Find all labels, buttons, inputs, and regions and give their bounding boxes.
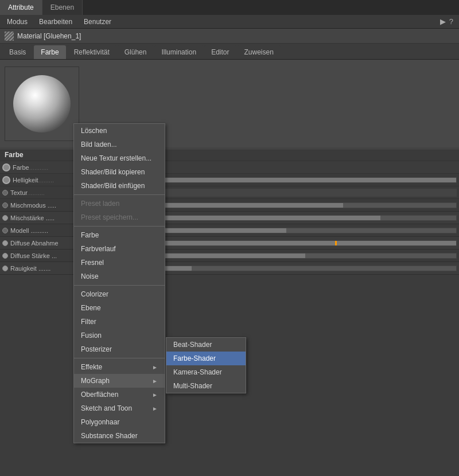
dropdown-sep4 bbox=[74, 358, 165, 358]
dropdown-menu: Löschen Bild laden... Neue Textur erstel… bbox=[73, 123, 165, 443]
farbe-row: Farbe........... bbox=[0, 161, 459, 174]
dropdown-sep2 bbox=[74, 226, 165, 227]
modell-row: Modell .......... bbox=[0, 224, 459, 237]
oberflaechen-arrow: ► bbox=[152, 392, 158, 398]
dropdown-posterizer[interactable]: Posterizer bbox=[74, 342, 165, 356]
textur-indicator bbox=[2, 190, 8, 196]
mograph-arrow: ► bbox=[152, 378, 158, 384]
helligkeit-label: Helligkeit......... bbox=[13, 177, 80, 184]
menu-benutzer[interactable]: Benutzer bbox=[79, 17, 116, 27]
tab-basis[interactable]: Basis bbox=[2, 45, 33, 59]
submenu-beat-shader[interactable]: Beat-Shader bbox=[166, 338, 246, 352]
dropdown-ebene[interactable]: Ebene bbox=[74, 301, 165, 315]
menu-bearbeiten[interactable]: Bearbeiten bbox=[34, 17, 77, 27]
section-title: Material [Gluehen_1] bbox=[17, 32, 81, 40]
sketch-arrow: ► bbox=[152, 405, 158, 412]
diffuse-staerke-row: Diffuse Stärke ... bbox=[0, 249, 459, 262]
dropdown-filter[interactable]: Filter bbox=[74, 315, 165, 329]
farbe-label: Farbe........... bbox=[13, 164, 80, 171]
mischmodus-indicator bbox=[2, 202, 8, 208]
tab-ebenen[interactable]: Ebenen bbox=[42, 0, 83, 15]
rauigkeit-row: Rauigkeit ....... bbox=[0, 262, 459, 275]
tab-gluehn[interactable]: Glühen bbox=[118, 45, 154, 59]
dropdown-sep3 bbox=[74, 285, 165, 286]
dropdown-oberflaechen[interactable]: Oberflächen ► bbox=[74, 388, 165, 401]
tab-illumination[interactable]: Illumination bbox=[154, 45, 203, 59]
dropdown-fusion[interactable]: Fusion bbox=[74, 329, 165, 342]
rauigkeit-label: Rauigkeit ....... bbox=[10, 265, 78, 272]
rauigkeit-indicator bbox=[2, 266, 8, 271]
dropdown-sep1 bbox=[74, 194, 165, 195]
dropdown-mograph[interactable]: MoGraph ► bbox=[74, 374, 165, 388]
dropdown-substance[interactable]: Substance Shader bbox=[74, 429, 165, 443]
material-icon bbox=[5, 32, 14, 41]
diffuse-staerke-label: Diffuse Stärke ... bbox=[10, 252, 78, 259]
mischstaerke-label: Mischstärke ..... bbox=[10, 214, 78, 221]
diffuse-staerke-indicator bbox=[2, 253, 8, 259]
dropdown-sketch-toon[interactable]: Sketch and Toon ► bbox=[74, 401, 165, 415]
dropdown-farbe[interactable]: Farbe bbox=[74, 228, 165, 242]
mischmodus-row: Mischmodus ..... bbox=[0, 199, 459, 212]
farbe-section-label: Farbe bbox=[0, 149, 459, 161]
helligkeit-indicator[interactable] bbox=[2, 176, 10, 184]
dropdown-preset-speichern: Preset speichern... bbox=[74, 210, 165, 224]
properties-panel: Farbe........... Helligkeit......... Tex… bbox=[0, 161, 459, 275]
menu-bar-icons: ▶ ? bbox=[440, 17, 457, 26]
diffuse-abnahme-label: Diffuse Abnahme bbox=[10, 240, 78, 247]
dropdown-preset-laden: Preset laden bbox=[74, 197, 165, 210]
modell-label: Modell .......... bbox=[10, 227, 78, 234]
cursor-icon[interactable]: ▶ bbox=[440, 17, 446, 26]
menu-bar: Modus Bearbeiten Benutzer ▶ ? bbox=[0, 15, 459, 29]
helligkeit-row: Helligkeit......... bbox=[0, 174, 459, 186]
mograph-submenu: Beat-Shader Farbe-Shader Kamera-Shader M… bbox=[166, 337, 246, 393]
dropdown-noise[interactable]: Noise bbox=[74, 270, 165, 283]
dropdown-neue-textur[interactable]: Neue Textur erstellen... bbox=[74, 151, 165, 165]
textur-label: Textur.......... bbox=[10, 189, 78, 196]
submenu-multi-shader[interactable]: Multi-Shader bbox=[166, 379, 246, 393]
tab-reflektivitaet[interactable]: Reflektivität bbox=[67, 45, 116, 59]
tab-farbe[interactable]: Farbe bbox=[34, 45, 65, 59]
effekte-arrow: ► bbox=[152, 364, 158, 370]
dropdown-polygonhaar[interactable]: Polygonhaar bbox=[74, 415, 165, 429]
dropdown-effekte[interactable]: Effekte ► bbox=[74, 360, 165, 374]
modell-indicator bbox=[2, 228, 8, 233]
submenu-farbe-shader[interactable]: Farbe-Shader bbox=[166, 352, 246, 365]
help-icon[interactable]: ? bbox=[449, 17, 453, 26]
farbe-indicator[interactable] bbox=[2, 163, 10, 171]
title-bar: Attribute Ebenen bbox=[0, 0, 459, 15]
diffuse-abnahme-indicator bbox=[2, 240, 8, 246]
material-preview bbox=[5, 67, 79, 141]
tab-attribute[interactable]: Attribute bbox=[0, 0, 42, 15]
tab-editor[interactable]: Editor bbox=[204, 45, 236, 59]
menu-modus[interactable]: Modus bbox=[2, 17, 32, 27]
material-tabs: Basis Farbe Reflektivität Glühen Illumin… bbox=[0, 44, 459, 60]
textur-row: Textur.......... ► bbox=[0, 186, 459, 199]
dropdown-colorizer[interactable]: Colorizer bbox=[74, 287, 165, 301]
section-header: Material [Gluehen_1] bbox=[0, 29, 459, 44]
sphere-preview-ball bbox=[13, 75, 71, 132]
dropdown-shader-kopieren[interactable]: Shader/Bild kopieren bbox=[74, 165, 165, 179]
dropdown-fresnel[interactable]: Fresnel bbox=[74, 256, 165, 270]
dropdown-loeschen[interactable]: Löschen bbox=[74, 124, 165, 138]
dropdown-farbverlauf[interactable]: Farbverlauf bbox=[74, 242, 165, 256]
tab-zuweisen[interactable]: Zuweisen bbox=[238, 45, 281, 59]
mischstaerke-row: Mischstärke ..... bbox=[0, 212, 459, 224]
submenu-kamera-shader[interactable]: Kamera-Shader bbox=[166, 365, 246, 379]
mischmodus-label: Mischmodus ..... bbox=[10, 202, 78, 209]
mischstaerke-indicator bbox=[2, 215, 8, 221]
dropdown-bild-laden[interactable]: Bild laden... bbox=[74, 138, 165, 151]
dropdown-shader-einfuegen[interactable]: Shader/Bild einfügen bbox=[74, 179, 165, 193]
diffuse-abnahme-row: Diffuse Abnahme bbox=[0, 237, 459, 249]
